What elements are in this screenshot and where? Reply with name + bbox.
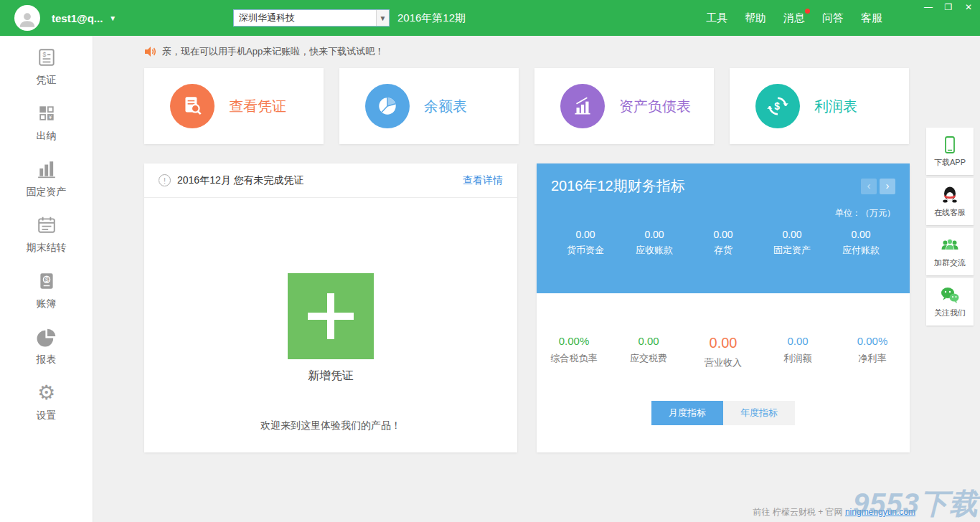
indicator-tabs: 月度指标 年度指标 xyxy=(537,401,910,425)
period-end-icon xyxy=(37,215,57,235)
view-voucher-card[interactable]: 查看凭证 xyxy=(144,68,324,144)
online-support-button[interactable]: 在线客服 xyxy=(926,178,974,225)
download-app-button[interactable]: 下载APP xyxy=(926,128,974,175)
voucher-panel-title: 2016年12月 您有未完成凭证 xyxy=(177,174,304,187)
tab-annual-indicators[interactable]: 年度指标 xyxy=(723,401,795,425)
company-select[interactable]: 深圳华通科技 ▼ xyxy=(233,9,390,27)
phone-icon xyxy=(940,135,960,155)
indicator-blue-section: 2016年12期财务指标 ‹ › 单位：（万元） 0.00 货币资金 0.00 … xyxy=(537,163,910,293)
add-voucher-button[interactable] xyxy=(288,273,374,359)
quick-access-cards: 查看凭证 余额表 资产负债表 $ 利润表 xyxy=(144,68,980,144)
view-voucher-icon xyxy=(170,84,215,128)
stat-receivables: 0.00 应收账款 xyxy=(620,229,689,257)
gear-glyph: ⚙ xyxy=(37,383,55,403)
stat-label: 应收账款 xyxy=(620,244,689,257)
footer-link[interactable]: ningmengyun.com xyxy=(845,507,915,517)
next-period-button[interactable]: › xyxy=(880,179,895,194)
sidebar-item-cashier[interactable]: ¥ 出纳 xyxy=(0,103,93,159)
stat-label: 应付账款 xyxy=(826,244,895,257)
voucher-panel-header: ! 2016年12月 您有未完成凭证 查看详情 xyxy=(144,163,517,198)
tab-monthly-indicators[interactable]: 月度指标 xyxy=(651,401,723,425)
indicator-nav: ‹ › xyxy=(861,179,895,194)
notice-text: 亲，现在可以用手机App来记账啦，快来下载试试吧！ xyxy=(162,45,384,58)
cashier-icon: ¥ xyxy=(37,103,57,123)
menu-messages-label: 消息 xyxy=(783,11,805,24)
menu-qa[interactable]: 问答 xyxy=(822,11,844,25)
app-promo-notice: 亲，现在可以用手机App来记账啦，快来下载试试吧！ xyxy=(144,45,980,58)
main-content: 亲，现在可以用手机App来记账啦，快来下载试试吧！ 查看凭证 余额表 资产负债表… xyxy=(93,36,980,522)
balance-sheet-card[interactable]: 余额表 xyxy=(339,68,519,144)
follow-us-button[interactable]: 关注我们 xyxy=(926,278,974,326)
stat-fixed-assets: 0.00 固定资产 xyxy=(758,229,826,257)
stat-value: 0.00 xyxy=(611,335,686,347)
card-label: 查看凭证 xyxy=(229,97,286,116)
info-glyph: ! xyxy=(164,176,166,185)
sidebar-item-settings[interactable]: ⚙ 设置 xyxy=(0,383,93,439)
voucher-panel: ! 2016年12月 您有未完成凭证 查看详情 新增凭证 欢迎来到这里体验我们的… xyxy=(144,163,517,452)
stat-profit: 0.00 利润额 xyxy=(760,335,835,369)
maximize-button[interactable]: ❐ xyxy=(943,1,954,13)
chevron-down-icon: ▼ xyxy=(376,10,389,26)
stat-label: 利润额 xyxy=(760,352,835,365)
add-voucher-label: 新增凭证 xyxy=(308,369,354,384)
topbar: test1@q... ▼ 深圳华通科技 ▼ 2016年第12期 工具 帮助 消息… xyxy=(0,0,980,36)
notification-dot xyxy=(805,9,810,14)
sidebar-item-label: 出纳 xyxy=(37,130,57,143)
avatar[interactable] xyxy=(14,5,40,31)
menu-help[interactable]: 帮助 xyxy=(745,11,766,25)
sidebar-item-label: 固定资产 xyxy=(27,186,67,199)
balance-sheet-icon xyxy=(365,84,410,128)
stat-value: 0.00 xyxy=(551,229,620,240)
username: test1@q... xyxy=(52,12,103,24)
sidebar-item-voucher[interactable]: $ 凭证 xyxy=(0,47,93,103)
card-label: 余额表 xyxy=(424,97,467,116)
window-controls: — ❐ ✕ xyxy=(923,1,974,13)
card-label: 利润表 xyxy=(814,97,857,116)
menu-support[interactable]: 客服 xyxy=(861,11,882,25)
float-item-label: 加群交流 xyxy=(934,257,966,268)
sidebar-item-label: 凭证 xyxy=(37,74,57,87)
close-button[interactable]: ✕ xyxy=(963,1,974,13)
period-label: 2016年第12期 xyxy=(397,0,466,36)
gear-icon: ⚙ xyxy=(37,383,57,403)
stat-label: 固定资产 xyxy=(758,244,826,257)
asset-liability-card[interactable]: 资产负债表 xyxy=(534,68,714,144)
ledger-icon: $ xyxy=(37,271,57,291)
sidebar-item-reports[interactable]: 报表 xyxy=(0,327,93,383)
user-icon xyxy=(18,10,37,29)
stat-value: 0.00 xyxy=(826,229,895,240)
minimize-button[interactable]: — xyxy=(923,1,934,13)
float-item-label: 在线客服 xyxy=(934,207,966,218)
topbar-nav: 工具 帮助 消息 问答 客服 xyxy=(706,0,882,36)
sidebar-item-label: 报表 xyxy=(37,353,57,366)
sidebar-item-fixed-assets[interactable]: 固定资产 xyxy=(0,159,93,215)
float-item-label: 关注我们 xyxy=(934,308,966,318)
qq-icon xyxy=(940,185,960,205)
report-icon xyxy=(37,327,57,347)
view-details-link[interactable]: 查看详情 xyxy=(463,174,503,187)
stat-label: 营业收入 xyxy=(686,356,760,369)
voucher-icon: $ xyxy=(37,47,57,67)
wechat-icon xyxy=(940,285,960,305)
user-menu[interactable]: test1@q... ▼ xyxy=(52,0,116,36)
join-group-button[interactable]: 加群交流 xyxy=(926,228,974,275)
card-label: 资产负债表 xyxy=(619,97,691,116)
stat-label: 货币资金 xyxy=(551,244,620,257)
footer-text: 前往 柠檬云财税 + 官网 xyxy=(753,507,843,517)
prev-period-button[interactable]: ‹ xyxy=(861,179,877,194)
sidebar-item-period-end[interactable]: 期末结转 xyxy=(0,215,93,271)
sidebar-item-ledger[interactable]: $ 账簿 xyxy=(0,271,93,327)
profit-sheet-icon: $ xyxy=(755,84,800,128)
stat-value: 0.00 xyxy=(760,335,835,347)
group-icon xyxy=(940,235,960,255)
stat-value: 0.00% xyxy=(537,335,611,347)
white-stats-row: 0.00% 综合税负率 0.00 应交税费 0.00 营业收入 0.00 利润额… xyxy=(537,293,910,369)
asset-liability-icon xyxy=(560,84,605,128)
chevron-down-icon: ▼ xyxy=(109,14,116,22)
menu-tools[interactable]: 工具 xyxy=(706,11,727,25)
fixed-assets-icon xyxy=(37,159,57,179)
stat-tax-burden: 0.00% 综合税负率 xyxy=(537,335,611,369)
profit-sheet-card[interactable]: $ 利润表 xyxy=(730,68,909,144)
svg-text:$: $ xyxy=(774,100,780,112)
menu-messages[interactable]: 消息 xyxy=(783,11,805,25)
